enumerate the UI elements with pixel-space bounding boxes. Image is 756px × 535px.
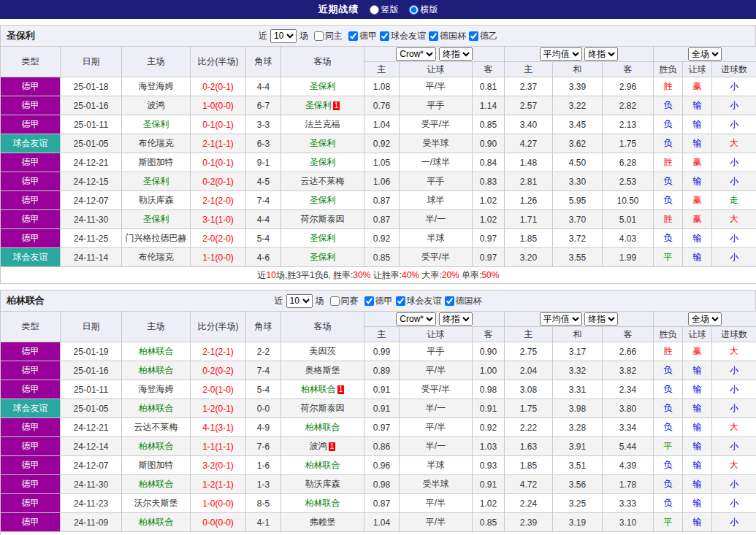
avg-draw-cell: 3.72 [553,229,603,248]
avg-home-cell: 4.27 [505,134,553,153]
league-filter-checkbox[interactable] [348,31,358,41]
same-filter[interactable]: 同赛 [327,295,359,307]
same-filter-checkbox[interactable] [314,31,324,41]
league-filter-checkbox[interactable] [364,296,374,306]
col-header-date: 日期 [61,312,122,342]
league-filter-checkbox[interactable] [380,31,389,41]
avg-draw-cell: 3.45 [553,115,603,134]
league-cell: 球会友谊 [1,399,61,418]
avg-source-select[interactable]: 平均值 [540,312,582,326]
odds-away-cell: 1.03 [473,437,505,456]
team-name: 柏林联合 [305,498,340,508]
avg-group-header: 平均值 终指 [505,47,654,62]
league-filter-checkbox[interactable] [396,296,405,306]
league-filter-label: 德国杯 [440,30,466,42]
avg-away-cell: 1.75 [603,134,654,153]
odds-home-cell: 0.87 [364,191,400,210]
league-filter-option[interactable]: 德国杯 [426,30,466,42]
league-filter-option[interactable]: 德国杯 [442,295,482,307]
league-cell: 德甲 [1,342,61,361]
col-header-type: 类型 [1,312,61,342]
avg-away-cell: 2.13 [603,115,654,134]
result-cell: 负 [654,96,683,115]
summary-row: 近10场,胜1平2负7, 胜率:10% 让胜率:10% 大率:40% 单率:60… [1,532,756,535]
away-team-cell: 圣保利 [281,77,364,96]
same-filter[interactable]: 同主 [311,30,343,42]
result-cell: 胜 [654,210,683,229]
date-cell: 25-01-16 [61,361,122,380]
fulltime-select[interactable]: 全场 [688,47,722,61]
corner-cell: 2-2 [246,342,281,361]
corner-cell: 5-4 [246,380,281,399]
odds-stage-select[interactable]: 终指 [439,312,473,326]
fulltime-select[interactable]: 全场 [688,312,722,326]
page-title: 近期战绩 [318,3,359,16]
league-filter-option[interactable]: 德甲 [345,30,377,42]
games-label: 场 [299,30,308,42]
avg-stage-select[interactable]: 终指 [584,47,618,61]
layout-horizontal-radio[interactable] [409,5,419,15]
score-cell: 4-1(3-1) [191,418,246,437]
result-cell: 胜 [654,77,683,96]
sub-header-result: 胜负 [654,327,683,342]
handicap-result-cell: 输 [683,96,712,115]
layout-vertical-option[interactable]: 竖版 [370,4,399,16]
away-team-cell: 波鸿1 [281,437,364,456]
goals-result-cell: 大 [712,418,756,437]
layout-vertical-radio[interactable] [370,5,379,15]
score-cell: 1-2(0-1) [191,399,246,418]
home-team-cell: 斯图加特 [122,456,191,475]
handicap-result-cell: 输 [683,361,712,380]
team-name: 海登海姆 [139,81,174,91]
match-row: 德甲25-01-11海登海姆2-0(1-0)5-4柏林联合10.91受平/半0.… [1,380,756,399]
avg-draw-cell: 3.32 [553,361,603,380]
league-filter-option[interactable]: 球会友谊 [393,295,442,307]
odds-stage-select[interactable]: 终指 [439,47,473,61]
away-team-cell: 法兰克福 [281,115,364,134]
red-card-badge: 1 [337,385,345,394]
avg-source-select[interactable]: 平均值 [540,47,582,61]
match-row: 德甲25-01-18海登海姆0-2(0-1)4-4圣保利1.08平/半0.812… [1,77,756,96]
corner-cell: 8-5 [246,494,281,513]
avg-draw-cell: 3.70 [553,210,603,229]
team-name: 勒沃库森 [305,479,340,489]
avg-stage-select[interactable]: 终指 [584,312,618,326]
recent-count-select[interactable]: 10 [270,29,297,43]
layout-horizontal-option[interactable]: 横版 [409,4,438,16]
match-row: 德甲24-12-15圣保利0-2(0-1)4-5云达不莱梅1.06平手0.832… [1,172,756,191]
handicap-result-cell: 输 [683,456,712,475]
league-filter-checkbox[interactable] [469,31,478,41]
odds-home-cell: 1.04 [364,115,400,134]
odds-company-select[interactable]: Crow* [396,312,436,326]
league-cell: 德甲 [1,437,61,456]
same-filter-checkbox[interactable] [330,296,340,306]
league-cell: 德甲 [1,494,61,513]
away-team-cell: 柏林联合 [281,456,364,475]
team-name: 云达不莱梅 [301,176,345,186]
league-filter-option[interactable]: 德甲 [362,295,393,307]
match-row: 德甲25-01-11圣保利0-1(0-1)3-3法兰克福1.04受平/半0.85… [1,115,756,134]
handicap-result-cell: 输 [683,115,712,134]
league-filter-checkbox[interactable] [429,31,438,41]
recent-count-select[interactable]: 10 [286,294,313,308]
home-team-cell: 沃尔夫斯堡 [122,494,191,513]
team-section-stpauli: 圣保利 近 10 场 同主 德甲球会友谊德国杯德乙 类型 日期 主场 比分(半场… [0,25,756,284]
league-filter-checkbox[interactable] [445,296,454,306]
summary-segment: 近 [258,270,267,280]
date-cell: 25-01-11 [61,380,122,399]
avg-draw-cell: 3.31 [553,380,603,399]
home-team-cell: 海登海姆 [122,380,191,399]
score-cell: 1-0(0-0) [191,96,246,115]
odds-company-select[interactable]: Crow* [396,47,436,61]
league-filter-option[interactable]: 德乙 [466,30,497,42]
avg-draw-cell: 3.55 [553,248,603,267]
same-filter-label: 同主 [325,30,343,42]
match-row: 球会友谊24-11-14布伦瑞克1-1(0-0)4-6圣保利0.85受平/半0.… [1,248,756,267]
league-filter-option[interactable]: 球会友谊 [377,30,426,42]
avg-draw-cell: 3.28 [553,418,603,437]
avg-away-cell: 3.34 [603,418,654,437]
odds-away-cell: 0.91 [473,475,505,494]
avg-draw-cell: 4.50 [553,153,603,172]
team-name: 圣保利 [305,100,332,110]
avg-draw-cell: 3.39 [553,77,603,96]
